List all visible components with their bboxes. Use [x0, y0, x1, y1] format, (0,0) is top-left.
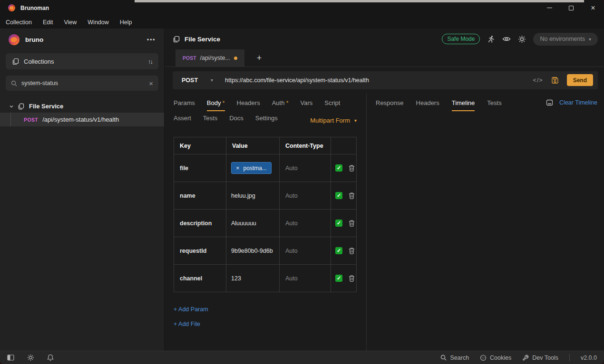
- param-value-cell[interactable]: 123: [226, 265, 280, 292]
- trash-icon[interactable]: [348, 192, 355, 200]
- row-actions-cell: ✓: [331, 182, 357, 210]
- bell-icon[interactable]: [47, 354, 54, 361]
- tab-headers[interactable]: Headers: [237, 99, 260, 111]
- save-icon[interactable]: [551, 77, 559, 84]
- trash-icon[interactable]: [348, 164, 355, 172]
- new-tab-button[interactable]: +: [244, 49, 274, 67]
- tab-response[interactable]: Response: [376, 99, 404, 111]
- enabled-checkbox[interactable]: ✓: [335, 247, 342, 254]
- content-type-cell[interactable]: Auto: [280, 154, 331, 182]
- content-type-cell[interactable]: Auto: [280, 182, 331, 210]
- statusbar-search[interactable]: Search: [440, 354, 469, 361]
- trash-icon[interactable]: [348, 220, 355, 227]
- environment-selector[interactable]: No environments ▾: [533, 33, 598, 46]
- row-actions-cell: ✓: [331, 154, 357, 182]
- add-param-link[interactable]: + Add Param: [174, 306, 366, 313]
- content-type-cell[interactable]: Auto: [280, 210, 331, 237]
- enabled-checkbox[interactable]: ✓: [335, 192, 342, 199]
- more-menu-icon[interactable]: •••: [147, 36, 156, 43]
- app-window: Brunoman × CollectionEditViewWindowHelp …: [0, 0, 604, 364]
- method-selector[interactable]: POST: [182, 77, 198, 84]
- tab-params[interactable]: Params: [174, 99, 195, 111]
- statusbar-divider: [569, 354, 570, 361]
- tab-tests[interactable]: Tests: [203, 115, 217, 126]
- tab-tests[interactable]: Tests: [487, 99, 501, 111]
- request-method: POST: [24, 117, 38, 123]
- response-tabs: ResponseHeadersTimelineTests Clear Timel…: [376, 99, 597, 111]
- file-chip[interactable]: ×postma...: [231, 162, 272, 174]
- tab-auth[interactable]: Auth*: [272, 99, 289, 111]
- tab-headers[interactable]: Headers: [416, 99, 439, 111]
- enabled-checkbox[interactable]: ✓: [335, 220, 342, 227]
- code-snippet-icon[interactable]: </>: [533, 77, 543, 84]
- param-key-cell[interactable]: name: [174, 182, 226, 210]
- param-key-cell[interactable]: requestId: [174, 237, 226, 265]
- url-input[interactable]: https://abc.com/file-service/api/system-…: [225, 77, 369, 84]
- param-key-cell[interactable]: file: [174, 154, 226, 182]
- sidebar-toggle-icon[interactable]: [7, 354, 14, 361]
- param-value-cell[interactable]: Aluuuuuu: [226, 210, 280, 237]
- main-area: File Service Safe Mode: [165, 29, 604, 351]
- row-actions-cell: ✓: [331, 265, 357, 292]
- url-bar[interactable]: POST ▾ https://abc.com/file-service/api/…: [173, 71, 598, 89]
- response-pane: ResponseHeadersTimelineTests Clear Timel…: [367, 93, 604, 351]
- tab-settings[interactable]: Settings: [255, 115, 278, 126]
- menu-item-window[interactable]: Window: [88, 19, 108, 26]
- menu-item-edit[interactable]: Edit: [43, 19, 53, 26]
- tab-timeline[interactable]: Timeline: [452, 99, 475, 111]
- param-key-cell[interactable]: description: [174, 210, 226, 237]
- content-type-cell[interactable]: Auto: [280, 237, 331, 265]
- statusbar-devtools[interactable]: Dev Tools: [522, 354, 558, 361]
- close-button[interactable]: ×: [582, 0, 604, 16]
- clear-timeline-link[interactable]: Clear Timeline: [559, 99, 597, 106]
- minimize-icon: [547, 8, 552, 9]
- menu-item-view[interactable]: View: [64, 19, 77, 26]
- runner-icon[interactable]: [487, 35, 495, 43]
- menu-item-help[interactable]: Help: [120, 19, 132, 26]
- dock-bottom-icon[interactable]: [546, 99, 553, 106]
- app-title: Brunoman: [20, 5, 49, 11]
- remove-file-icon[interactable]: ×: [236, 165, 240, 171]
- search-value: system-status: [21, 80, 149, 86]
- statusbar-cookies[interactable]: Cookies: [480, 354, 511, 361]
- body-mode-selector[interactable]: Multipart Form ▾: [310, 117, 357, 124]
- wrench-icon: [522, 354, 529, 361]
- eye-icon[interactable]: [502, 36, 511, 42]
- trash-icon[interactable]: [348, 275, 355, 282]
- collections-button[interactable]: Collections ↑↓: [6, 53, 158, 69]
- enabled-checkbox[interactable]: ✓: [335, 164, 342, 172]
- enabled-checkbox[interactable]: ✓: [335, 275, 342, 282]
- collection-item[interactable]: File Service: [0, 100, 164, 113]
- request-tab[interactable]: POST /api/syste...: [175, 49, 244, 67]
- tab-body[interactable]: Body*: [207, 99, 225, 111]
- page-title: File Service: [185, 36, 220, 43]
- brand-row: bruno •••: [0, 29, 164, 50]
- plus-icon: +: [257, 53, 262, 63]
- param-value-cell[interactable]: heluu.jpg: [226, 182, 280, 210]
- gear-icon[interactable]: [518, 35, 526, 43]
- request-tabs-row2: AssertTestsDocsSettings Multipart Form ▾: [174, 115, 366, 126]
- tab-assert[interactable]: Assert: [174, 115, 191, 126]
- param-key-cell[interactable]: channel: [174, 265, 226, 292]
- collections-label: Collections: [24, 58, 54, 65]
- body-mode-label: Multipart Form: [310, 117, 350, 124]
- tab-script[interactable]: Script: [324, 99, 340, 111]
- param-value-cell[interactable]: 9b9e80b0-9d6b: [226, 237, 280, 265]
- tab-docs[interactable]: Docs: [229, 115, 244, 126]
- menu-item-collection[interactable]: Collection: [6, 19, 32, 26]
- param-value-cell[interactable]: ×postma...: [226, 154, 280, 182]
- sidebar-request-item[interactable]: POST /api/system-status/v1/health: [0, 113, 164, 126]
- safe-mode-badge[interactable]: Safe Mode: [442, 34, 480, 44]
- content-type-cell[interactable]: Auto: [280, 265, 331, 292]
- add-file-link[interactable]: + Add File: [174, 321, 366, 327]
- environment-label: No environments: [540, 36, 585, 42]
- clear-search-icon[interactable]: ×: [149, 80, 153, 87]
- send-button[interactable]: Send: [567, 74, 593, 86]
- trash-icon[interactable]: [348, 247, 355, 255]
- url-row: POST ▾ https://abc.com/file-service/api/…: [165, 67, 604, 93]
- request-path: /api/system-status/v1/health: [42, 116, 119, 123]
- search-input[interactable]: system-status ×: [6, 76, 158, 91]
- gear-icon[interactable]: [27, 354, 34, 361]
- tab-vars[interactable]: Vars: [300, 99, 312, 111]
- sort-icon[interactable]: ↑↓: [148, 58, 152, 65]
